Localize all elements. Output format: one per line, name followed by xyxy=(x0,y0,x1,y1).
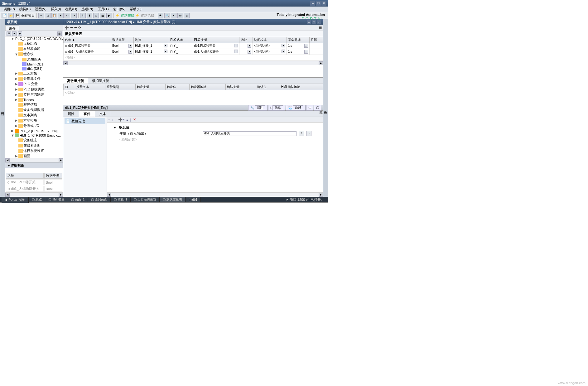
minimize-button[interactable]: – xyxy=(310,1,315,6)
tree-node[interactable]: 添加新块 xyxy=(5,57,63,62)
maximize-button[interactable]: □ xyxy=(316,1,321,6)
del-func-icon[interactable]: ✕ xyxy=(133,118,136,122)
statusbar-tab[interactable]: ▢ 运行系统设置 xyxy=(131,197,160,202)
alarm-column-header[interactable]: ID xyxy=(64,84,75,90)
tree-node[interactable]: ▶PLC 数据类型 xyxy=(5,87,63,92)
alarm-column-header[interactable]: HMI 确认地址 xyxy=(280,84,323,90)
tasks-tab[interactable]: 任务 xyxy=(323,20,328,195)
detail-row[interactable]: ◇ db1_PLC秒开关Bool xyxy=(6,179,62,185)
tag-row[interactable]: ◇ db1_人机响应开关Bool▾HMI_连接_1▾PLC_1db1.人机响应开… xyxy=(64,49,323,55)
export-icon[interactable]: ⇤ xyxy=(74,26,77,30)
alarm-add-row[interactable]: <添加> xyxy=(64,90,323,96)
monitor-icon[interactable]: 👁 xyxy=(158,13,163,18)
tree-node[interactable]: 设备代理数据 xyxy=(5,107,63,113)
statusbar-tab[interactable]: ▢ 默认变量表 xyxy=(160,197,186,202)
discrete-alarms-tab[interactable]: 离散量报警 xyxy=(63,78,88,84)
detail-row[interactable]: ◇ db1_人机响应开关Bool xyxy=(6,186,62,192)
tree-node[interactable]: ▼程序块 xyxy=(5,51,63,57)
statusbar-tab[interactable]: ▢ 画面_1 xyxy=(68,197,88,202)
column-header[interactable]: 连接 xyxy=(134,37,169,43)
tree-node[interactable]: ▶本地模块 xyxy=(5,118,63,123)
tree-node[interactable]: 程序信息 xyxy=(5,102,63,107)
tree-node[interactable]: 文本列表 xyxy=(5,113,63,118)
tree-node[interactable]: ▶PLC 变量 xyxy=(5,81,63,87)
tree-expand-icon[interactable]: ⊞ xyxy=(7,31,11,36)
tree-node[interactable]: 运行系统设置 xyxy=(5,148,63,153)
tree-node[interactable]: ▶Traces xyxy=(5,97,63,102)
copy-icon[interactable]: ⧉ xyxy=(45,13,51,18)
download-icon[interactable]: ⬇ xyxy=(80,13,86,18)
prop-tab-properties[interactable]: 属性 xyxy=(63,111,79,117)
library-tab[interactable]: 库 xyxy=(319,20,323,195)
save-icon[interactable]: 💾 xyxy=(15,13,20,18)
search-icon[interactable]: 🔍 xyxy=(164,13,170,18)
alarm-column-header[interactable]: 确认变量 xyxy=(226,84,256,90)
addrow-icon[interactable]: ➕ xyxy=(65,26,69,30)
analog-alarms-tab[interactable]: 模拟量报警 xyxy=(88,78,113,84)
alarm-column-header[interactable]: 触发变量 xyxy=(135,84,166,90)
refresh-icon[interactable]: ⟳ xyxy=(78,26,81,30)
add-function-row[interactable]: <添加函数> xyxy=(113,137,137,142)
statusbar-tab[interactable]: ▢ 全局画面 xyxy=(88,197,111,202)
tree-back-icon[interactable]: ◀ xyxy=(12,31,17,36)
tree-node[interactable]: db1 [DB1] xyxy=(5,66,63,71)
alarm-column-header[interactable]: 报警类别 xyxy=(105,84,136,90)
cross-icon[interactable]: ✕ xyxy=(171,13,176,18)
func-param-input[interactable] xyxy=(203,131,296,136)
go-offline-button[interactable]: ⚡ 转到离线 xyxy=(135,13,154,18)
tag-row[interactable]: ◇ db1_PLC秒开关Bool▾HMI_连接_1▾PLC_1db1.PLC秒开… xyxy=(64,43,323,49)
move-up-icon[interactable]: ↑ xyxy=(108,118,110,122)
tagtable-scrollbar[interactable]: ◀▶ xyxy=(63,61,323,65)
close-button[interactable]: × xyxy=(321,1,326,6)
tree-node[interactable]: ▶监控与强制表 xyxy=(5,92,63,97)
left-sidebar-tab[interactable]: 可视化 xyxy=(0,19,5,197)
device-icon[interactable]: ▦ xyxy=(100,13,105,18)
column-header[interactable]: PLC 变量 xyxy=(193,37,239,43)
tree-node[interactable]: 设备组态 xyxy=(5,41,63,46)
tree-node[interactable]: ▶PLC_3 [CPU 1511-1 PN] xyxy=(5,128,63,133)
undo-icon[interactable]: ↶ xyxy=(65,13,70,18)
prop-tab-events[interactable]: 事件 xyxy=(79,111,95,117)
menu-item[interactable]: 帮助(H) xyxy=(128,7,143,12)
prop-min-icon[interactable]: ▭ xyxy=(306,105,313,111)
menu-item[interactable]: 编辑(E) xyxy=(17,7,33,12)
column-header[interactable]: 名称 ▲ xyxy=(64,37,111,43)
layout2-icon[interactable]: ▯ xyxy=(184,13,190,18)
alarm-column-header[interactable]: 确认位 xyxy=(256,84,280,90)
event-value-change[interactable]: 📄 数值更改 xyxy=(65,118,105,124)
layout-icon[interactable]: ▭ xyxy=(177,13,183,18)
statusbar-tab[interactable]: ▢ 模板_1 xyxy=(111,197,131,202)
tree-node[interactable]: ▶工艺对象 xyxy=(5,71,63,76)
go-online-button[interactable]: ⚡ 转到在线 xyxy=(115,13,134,18)
tree-node[interactable]: ▶外部源文件 xyxy=(5,76,63,81)
add-func-icon[interactable]: ➕≡ xyxy=(118,118,124,122)
column-header[interactable]: PLC 名称 xyxy=(169,37,193,43)
new-project-icon[interactable]: 📄 xyxy=(2,13,7,18)
tree-opts-icon[interactable]: ▦ xyxy=(57,31,62,36)
tree-fwd-icon[interactable]: ▶ xyxy=(18,31,22,36)
redo-icon[interactable]: ↷ xyxy=(71,13,77,18)
tag-add-row[interactable]: <添加> xyxy=(64,55,323,61)
menu-item[interactable]: 选项(N) xyxy=(80,7,95,12)
column-header[interactable]: 采集周期 xyxy=(287,37,309,43)
prop-tab-text[interactable]: 文本 xyxy=(95,111,111,117)
portal-view-button[interactable]: ◀ Portal 视图 xyxy=(2,197,29,203)
info-button[interactable]: ℹ 信息 xyxy=(268,105,285,111)
detail-scrollbar[interactable]: ◀▶ xyxy=(5,192,63,197)
tree-node[interactable]: Main [OB1] xyxy=(5,62,63,66)
devices-tab[interactable]: 设备 xyxy=(5,25,19,31)
upload-icon[interactable]: ⬆ xyxy=(87,13,92,18)
tree-node[interactable]: ▼HMI_1 [KTP1000 Basic c... xyxy=(5,133,63,138)
simulate-icon[interactable]: ▶ xyxy=(106,13,112,18)
func-scrollbar[interactable]: ◀▶ xyxy=(107,192,323,197)
menu-item[interactable]: 在线(O) xyxy=(63,7,79,12)
tree-node[interactable]: 在线和诊断 xyxy=(5,143,63,148)
alarm-column-header[interactable]: 报警文本 xyxy=(75,84,105,90)
tree-node[interactable]: ▶分布式 I/O xyxy=(5,123,63,128)
cut-icon[interactable]: ✂ xyxy=(38,13,44,18)
menu-item[interactable]: 工具(T) xyxy=(96,7,111,12)
import-icon[interactable]: ⇥ xyxy=(70,26,73,30)
menu-item[interactable]: 窗口(W) xyxy=(111,7,128,12)
compile-icon[interactable]: ⚙ xyxy=(93,13,99,18)
alarm-column-header[interactable]: 触发位 xyxy=(166,84,190,90)
